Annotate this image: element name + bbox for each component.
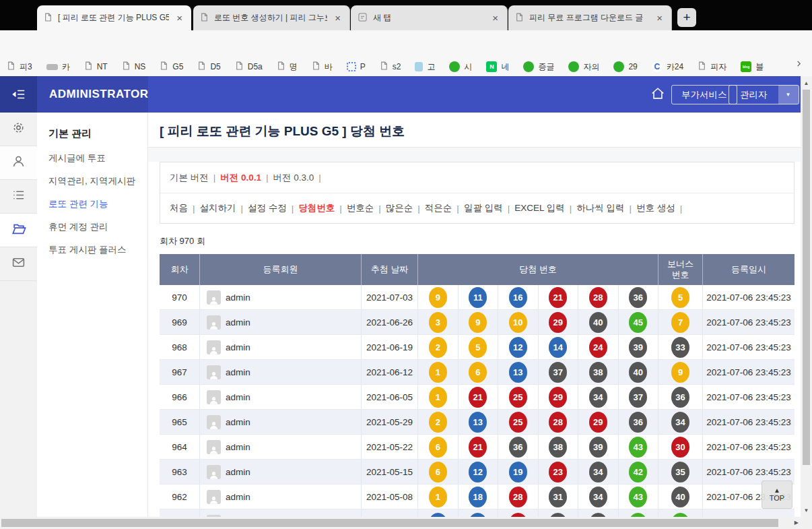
nav-link[interactable]: 일괄 입력: [464, 202, 503, 214]
bookmark-item[interactable]: D5a: [235, 61, 263, 73]
horizontal-scroll-thumb[interactable]: [1, 519, 778, 527]
bookmark-item[interactable]: D5: [197, 61, 220, 73]
bookmark-item[interactable]: blog블: [741, 61, 764, 73]
sidebar-item[interactable]: 휴먼 계정 관리: [37, 216, 147, 239]
member-name[interactable]: admin: [226, 492, 250, 502]
lotto-ball: 24: [589, 337, 607, 358]
bookmark-item[interactable]: 카: [46, 61, 70, 73]
lotto-ball: 6: [429, 462, 447, 483]
sidebar-icon-cell[interactable]: [0, 146, 37, 180]
bookmark-item[interactable]: 증글: [523, 61, 554, 73]
sidebar-icon-cell[interactable]: [0, 113, 37, 146]
member-name[interactable]: admin: [226, 317, 250, 328]
bookmark-item[interactable]: 29: [613, 61, 637, 72]
nav-link[interactable]: 설치하기: [200, 202, 236, 214]
logo-green-icon: [523, 61, 534, 72]
sidebar-item[interactable]: 로또 관련 기능: [37, 193, 147, 216]
bookmark-item[interactable]: 시: [449, 61, 472, 73]
nav-link[interactable]: 당첨번호: [298, 202, 335, 214]
member-name[interactable]: admin: [226, 392, 250, 402]
nav-link[interactable]: 처음: [170, 202, 188, 214]
sidebar-item[interactable]: 투표 게시판 플러스: [37, 239, 147, 261]
chevron-down-icon[interactable]: ▼: [778, 85, 799, 104]
member-name[interactable]: admin: [226, 292, 250, 303]
sidebar-item[interactable]: 게시글에 투표: [37, 147, 147, 170]
member-name[interactable]: admin: [226, 342, 250, 352]
bonus-cell: [658, 509, 703, 517]
sidebar-icon-cell[interactable]: [0, 247, 37, 281]
version-link[interactable]: 기본 버전: [170, 172, 209, 184]
bookmark-item[interactable]: 자의: [568, 61, 599, 73]
nav-link[interactable]: EXCEL 입력: [514, 202, 565, 214]
vertical-scrollbar[interactable]: ▲ ▼: [801, 76, 812, 517]
brand-title: ADMINISTRATOR: [37, 76, 148, 113]
version-link[interactable]: 버전 0.0.1: [220, 172, 261, 184]
home-icon[interactable]: [650, 86, 667, 102]
bookmark-item[interactable]: NS: [122, 61, 146, 73]
sidebar-icon-cell[interactable]: [0, 214, 37, 247]
browser-tab[interactable]: 새 탭×: [351, 5, 508, 30]
bookmark-item[interactable]: 명: [277, 61, 298, 73]
table-row: 968admin2021-06-192512142439332021-07-06…: [160, 335, 794, 360]
bookmark-label: 자의: [583, 61, 599, 73]
bookmark-label: D5a: [248, 62, 263, 71]
bookmark-item[interactable]: s2: [380, 61, 401, 73]
nav-link[interactable]: 많은순: [386, 202, 413, 214]
nav-link[interactable]: 번호 생성: [636, 202, 675, 214]
registered-cell: 2021-07-06 23:45:23: [703, 385, 794, 409]
scroll-down-icon[interactable]: ▼: [801, 505, 812, 516]
extra-services-button[interactable]: 부가서비스: [671, 85, 737, 104]
bookmark-item[interactable]: 피3: [7, 61, 32, 73]
nav-link[interactable]: 하나씩 입력: [576, 202, 624, 214]
bonus-cell: 30: [658, 435, 703, 459]
bookmark-item[interactable]: P: [347, 62, 366, 71]
bookmark-item[interactable]: 바: [312, 61, 333, 73]
bookmark-item[interactable]: NT: [84, 61, 108, 73]
scroll-right-icon[interactable]: ▶: [794, 520, 799, 526]
bookmark-item[interactable]: 피자: [698, 61, 726, 73]
bookmark-item[interactable]: C카24: [652, 61, 683, 73]
number-cell: 37: [539, 360, 579, 384]
separator: |: [339, 204, 342, 214]
close-tab-icon[interactable]: ×: [490, 12, 500, 24]
draw-date-cell: 2021-05-29: [362, 410, 418, 434]
member-name[interactable]: admin: [226, 442, 250, 452]
nav-link[interactable]: 설정 수정: [248, 202, 287, 214]
scroll-to-top-button[interactable]: ▲ TOP: [762, 480, 792, 509]
bookmark-label: NS: [135, 62, 146, 71]
bookmarks-overflow-icon[interactable]: [795, 60, 803, 69]
column-header: 등록일시: [703, 254, 794, 285]
browser-tab[interactable]: 로또 번호 생성하기 | 피리 그누보×: [193, 5, 350, 30]
sidebar-icon-cell[interactable]: [0, 180, 37, 214]
sidebar-toggle-icon[interactable]: [0, 76, 37, 113]
page-icon: [312, 61, 320, 73]
draw-date-cell: 2021-05-08: [362, 485, 418, 509]
nav-link[interactable]: 번호순: [347, 202, 374, 214]
account-button[interactable]: 관리자 ▼: [729, 85, 799, 104]
vertical-scroll-thumb[interactable]: [803, 90, 810, 465]
lotto-ball: 28: [589, 287, 607, 308]
sidebar-item[interactable]: 지역관리, 지역게시판: [37, 170, 147, 193]
number-cell: 38: [539, 435, 579, 459]
bookmark-label: 카24: [667, 61, 683, 73]
page-icon: [235, 61, 244, 73]
bookmark-item[interactable]: 고: [415, 61, 435, 73]
scroll-up-icon[interactable]: ▲: [801, 77, 812, 88]
member-name[interactable]: admin: [226, 367, 250, 377]
page-icon: [7, 61, 15, 73]
version-link[interactable]: 버전 0.3.0: [273, 172, 314, 184]
horizontal-scrollbar[interactable]: ▶: [0, 517, 801, 529]
close-tab-icon[interactable]: ×: [333, 12, 343, 24]
logo-blog-icon: blog: [741, 61, 751, 72]
browser-tab[interactable]: 피리 무료 프로그램 다운로드 글×: [508, 5, 672, 30]
member-name[interactable]: admin: [226, 467, 250, 477]
browser-tab[interactable]: [ 피리 로또 관련 기능 PLUS G5 ]×: [37, 5, 191, 30]
bookmark-item[interactable]: N네: [486, 61, 509, 73]
close-tab-icon[interactable]: ×: [654, 12, 665, 24]
bookmark-item[interactable]: G5: [160, 61, 183, 73]
member-name[interactable]: admin: [226, 417, 250, 427]
user-icon: [11, 154, 26, 171]
close-tab-icon[interactable]: ×: [174, 12, 184, 24]
nav-link[interactable]: 적은순: [425, 202, 452, 214]
new-tab-button[interactable]: +: [677, 8, 696, 27]
